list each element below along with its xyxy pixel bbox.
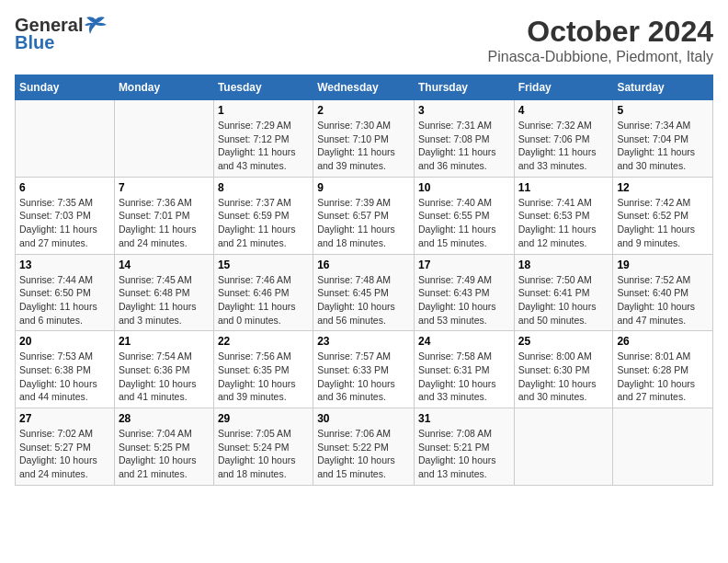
title-block: October 2024 Pinasca-Dubbione, Piedmont,… — [488, 15, 713, 65]
calendar-cell: 10Sunrise: 7:40 AMSunset: 6:55 PMDayligh… — [414, 177, 514, 254]
day-number: 22 — [218, 335, 309, 348]
calendar-cell: 6Sunrise: 7:35 AMSunset: 7:03 PMDaylight… — [16, 177, 115, 254]
calendar-cell: 13Sunrise: 7:44 AMSunset: 6:50 PMDayligh… — [16, 254, 115, 331]
day-number: 19 — [617, 259, 709, 271]
cell-info: Sunrise: 7:37 AMSunset: 6:59 PMDaylight:… — [218, 196, 309, 250]
calendar-cell: 7Sunrise: 7:36 AMSunset: 7:01 PMDaylight… — [114, 177, 213, 254]
calendar-cell: 5Sunrise: 7:34 AMSunset: 7:04 PMDaylight… — [613, 100, 713, 178]
day-number: 1 — [218, 104, 309, 117]
day-number: 9 — [317, 181, 410, 194]
logo-bird-icon — [83, 16, 108, 36]
day-number: 17 — [418, 259, 510, 271]
day-number: 31 — [418, 412, 510, 425]
day-number: 2 — [317, 104, 410, 117]
day-number: 25 — [518, 335, 609, 348]
calendar-cell: 19Sunrise: 7:52 AMSunset: 6:40 PMDayligh… — [613, 254, 713, 331]
calendar-cell: 26Sunrise: 8:01 AMSunset: 6:28 PMDayligh… — [613, 331, 713, 408]
calendar-cell: 21Sunrise: 7:54 AMSunset: 6:36 PMDayligh… — [114, 331, 213, 408]
cell-info: Sunrise: 7:29 AMSunset: 7:12 PMDaylight:… — [218, 119, 309, 173]
cell-info: Sunrise: 7:42 AMSunset: 6:52 PMDaylight:… — [617, 196, 709, 250]
cell-info: Sunrise: 7:57 AMSunset: 6:33 PMDaylight:… — [317, 350, 410, 404]
cell-info: Sunrise: 7:45 AMSunset: 6:48 PMDaylight:… — [119, 273, 210, 327]
calendar-cell: 29Sunrise: 7:05 AMSunset: 5:24 PMDayligh… — [213, 408, 313, 486]
cell-info: Sunrise: 7:54 AMSunset: 6:36 PMDaylight:… — [119, 350, 210, 404]
day-number: 3 — [418, 104, 510, 117]
calendar-cell: 4Sunrise: 7:32 AMSunset: 7:06 PMDaylight… — [514, 100, 613, 178]
day-number: 23 — [317, 335, 410, 348]
day-header-row: SundayMondayTuesdayWednesdayThursdayFrid… — [16, 75, 713, 100]
day-number: 26 — [617, 335, 709, 348]
calendar-cell: 8Sunrise: 7:37 AMSunset: 6:59 PMDaylight… — [213, 177, 313, 254]
cell-info: Sunrise: 8:01 AMSunset: 6:28 PMDaylight:… — [617, 350, 709, 404]
cell-info: Sunrise: 7:56 AMSunset: 6:35 PMDaylight:… — [218, 350, 309, 404]
day-number: 13 — [19, 259, 110, 271]
calendar-cell: 30Sunrise: 7:06 AMSunset: 5:22 PMDayligh… — [313, 408, 415, 486]
cell-info: Sunrise: 7:44 AMSunset: 6:50 PMDaylight:… — [19, 273, 110, 327]
cell-info: Sunrise: 7:39 AMSunset: 6:57 PMDaylight:… — [317, 196, 410, 250]
calendar-subtitle: Pinasca-Dubbione, Piedmont, Italy — [488, 49, 713, 65]
calendar-cell: 15Sunrise: 7:46 AMSunset: 6:46 PMDayligh… — [213, 254, 313, 331]
day-number: 15 — [218, 259, 309, 271]
day-number: 8 — [218, 181, 309, 194]
cell-info: Sunrise: 7:50 AMSunset: 6:41 PMDaylight:… — [518, 273, 609, 327]
cell-info: Sunrise: 7:08 AMSunset: 5:21 PMDaylight:… — [418, 427, 510, 481]
day-number: 24 — [418, 335, 510, 348]
cell-info: Sunrise: 7:41 AMSunset: 6:53 PMDaylight:… — [518, 196, 609, 250]
calendar-cell: 16Sunrise: 7:48 AMSunset: 6:45 PMDayligh… — [313, 254, 415, 331]
day-number: 10 — [418, 181, 510, 194]
cell-info: Sunrise: 7:32 AMSunset: 7:06 PMDaylight:… — [518, 119, 609, 173]
day-number: 21 — [119, 335, 210, 348]
col-header-sunday: Sunday — [16, 75, 115, 100]
calendar-cell — [16, 100, 115, 178]
calendar-cell: 28Sunrise: 7:04 AMSunset: 5:25 PMDayligh… — [114, 408, 213, 486]
day-number: 5 — [617, 104, 709, 117]
col-header-wednesday: Wednesday — [313, 75, 415, 100]
calendar-cell: 27Sunrise: 7:02 AMSunset: 5:27 PMDayligh… — [16, 408, 115, 486]
day-number: 20 — [19, 335, 110, 348]
cell-info: Sunrise: 8:00 AMSunset: 6:30 PMDaylight:… — [518, 350, 609, 404]
day-number: 12 — [617, 181, 709, 194]
week-row-3: 13Sunrise: 7:44 AMSunset: 6:50 PMDayligh… — [16, 254, 713, 331]
cell-info: Sunrise: 7:02 AMSunset: 5:27 PMDaylight:… — [19, 427, 110, 481]
cell-info: Sunrise: 7:46 AMSunset: 6:46 PMDaylight:… — [218, 273, 309, 327]
day-number: 29 — [218, 412, 309, 425]
cell-info: Sunrise: 7:05 AMSunset: 5:24 PMDaylight:… — [218, 427, 309, 481]
calendar-cell: 12Sunrise: 7:42 AMSunset: 6:52 PMDayligh… — [613, 177, 713, 254]
col-header-tuesday: Tuesday — [213, 75, 313, 100]
calendar-cell: 25Sunrise: 8:00 AMSunset: 6:30 PMDayligh… — [514, 331, 613, 408]
logo: General Blue — [15, 15, 108, 53]
calendar-title: October 2024 — [488, 15, 713, 49]
week-row-1: 1Sunrise: 7:29 AMSunset: 7:12 PMDaylight… — [16, 100, 713, 178]
calendar-cell: 24Sunrise: 7:58 AMSunset: 6:31 PMDayligh… — [414, 331, 514, 408]
day-number: 18 — [518, 259, 609, 271]
page-header: General Blue October 2024 Pinasca-Dubbio… — [15, 15, 713, 65]
cell-info: Sunrise: 7:52 AMSunset: 6:40 PMDaylight:… — [617, 273, 709, 327]
cell-info: Sunrise: 7:48 AMSunset: 6:45 PMDaylight:… — [317, 273, 410, 327]
day-number: 7 — [119, 181, 210, 194]
calendar-cell: 22Sunrise: 7:56 AMSunset: 6:35 PMDayligh… — [213, 331, 313, 408]
logo-blue: Blue — [15, 32, 54, 53]
calendar-cell: 2Sunrise: 7:30 AMSunset: 7:10 PMDaylight… — [313, 100, 415, 178]
calendar-cell — [514, 408, 613, 486]
cell-info: Sunrise: 7:58 AMSunset: 6:31 PMDaylight:… — [418, 350, 510, 404]
calendar-cell: 14Sunrise: 7:45 AMSunset: 6:48 PMDayligh… — [114, 254, 213, 331]
calendar-cell: 1Sunrise: 7:29 AMSunset: 7:12 PMDaylight… — [213, 100, 313, 178]
calendar-cell: 31Sunrise: 7:08 AMSunset: 5:21 PMDayligh… — [414, 408, 514, 486]
calendar-cell — [114, 100, 213, 178]
cell-info: Sunrise: 7:06 AMSunset: 5:22 PMDaylight:… — [317, 427, 410, 481]
cell-info: Sunrise: 7:53 AMSunset: 6:38 PMDaylight:… — [19, 350, 110, 404]
cell-info: Sunrise: 7:30 AMSunset: 7:10 PMDaylight:… — [317, 119, 410, 173]
col-header-monday: Monday — [114, 75, 213, 100]
cell-info: Sunrise: 7:34 AMSunset: 7:04 PMDaylight:… — [617, 119, 709, 173]
day-number: 6 — [19, 181, 110, 194]
cell-info: Sunrise: 7:04 AMSunset: 5:25 PMDaylight:… — [119, 427, 210, 481]
calendar-cell: 3Sunrise: 7:31 AMSunset: 7:08 PMDaylight… — [414, 100, 514, 178]
cell-info: Sunrise: 7:36 AMSunset: 7:01 PMDaylight:… — [119, 196, 210, 250]
cell-info: Sunrise: 7:49 AMSunset: 6:43 PMDaylight:… — [418, 273, 510, 327]
week-row-2: 6Sunrise: 7:35 AMSunset: 7:03 PMDaylight… — [16, 177, 713, 254]
week-row-5: 27Sunrise: 7:02 AMSunset: 5:27 PMDayligh… — [16, 408, 713, 486]
calendar-cell: 17Sunrise: 7:49 AMSunset: 6:43 PMDayligh… — [414, 254, 514, 331]
calendar-cell: 20Sunrise: 7:53 AMSunset: 6:38 PMDayligh… — [16, 331, 115, 408]
cell-info: Sunrise: 7:40 AMSunset: 6:55 PMDaylight:… — [418, 196, 510, 250]
day-number: 11 — [518, 181, 609, 194]
